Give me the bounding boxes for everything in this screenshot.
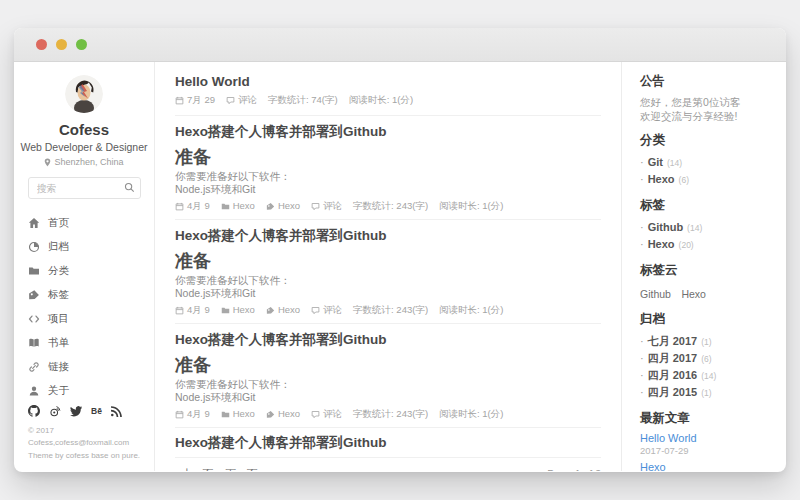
post-title[interactable]: Hexo搭建个人博客并部署到Github bbox=[175, 228, 601, 243]
post-readtime: 阅读时长: 1(分) bbox=[439, 409, 503, 419]
latest-post-link[interactable]: Hello World bbox=[640, 432, 772, 445]
post-meta: 4月 9 Hexo Hexo 评论 字数统计: 243(字) bbox=[175, 305, 601, 315]
post-comments-link[interactable]: 评论 bbox=[311, 409, 342, 419]
calendar-icon bbox=[175, 96, 184, 105]
category-item: Hexo (6) bbox=[640, 171, 772, 188]
twitter-icon[interactable] bbox=[70, 405, 82, 417]
archive-count: (6) bbox=[701, 351, 711, 367]
archive-icon bbox=[28, 241, 40, 253]
post: Hello World 7月 29 评论 字数统计: 74(字) 阅读时长: 1… bbox=[175, 62, 601, 116]
code-icon bbox=[28, 313, 40, 325]
sidebar-item-label: 首页 bbox=[48, 216, 69, 230]
post-list: Hello World 7月 29 评论 字数统计: 74(字) 阅读时长: 1… bbox=[155, 62, 622, 471]
notice-line: 欢迎交流与分享经验! bbox=[640, 109, 772, 123]
sidebar-item-links[interactable]: 链接 bbox=[14, 355, 154, 379]
pagination-next[interactable]: 下一页 › bbox=[226, 467, 264, 471]
notice-line: 您好，您是第0位访客 bbox=[640, 95, 772, 109]
archive-count: (1) bbox=[701, 334, 711, 350]
category-count: (14) bbox=[667, 155, 682, 171]
post-comments-link[interactable]: 评论 bbox=[226, 95, 257, 105]
post-tag-link[interactable]: Hexo bbox=[266, 305, 300, 315]
post-title[interactable]: Hexo搭建个人博客并部署到Github bbox=[175, 124, 601, 139]
behance-icon[interactable]: Bē bbox=[91, 406, 102, 416]
sidebar-item-projects[interactable]: 项目 bbox=[14, 307, 154, 331]
sidebar-item-label: 分类 bbox=[48, 264, 69, 278]
right-sidebar: 公告 您好，您是第0位访客 欢迎交流与分享经验! 分类 Git (14) Hex… bbox=[622, 62, 786, 471]
post-tag-link[interactable]: Hexo bbox=[266, 201, 300, 211]
post-title[interactable]: Hexo搭建个人博客并部署到Github bbox=[175, 435, 601, 450]
social-links: Bē bbox=[28, 405, 144, 417]
tag-link[interactable]: Hexo bbox=[648, 236, 675, 252]
sidebar-item-label: 关于 bbox=[48, 384, 69, 398]
post: Hexo搭建个人博客并部署到Github bbox=[175, 428, 601, 458]
sidebar-item-label: 归档 bbox=[48, 240, 69, 254]
home-icon bbox=[28, 217, 40, 229]
archive-link[interactable]: 四月 2016 bbox=[648, 367, 698, 383]
notice-body: 您好，您是第0位访客 欢迎交流与分享经验! bbox=[640, 95, 772, 123]
folder-icon bbox=[221, 306, 230, 315]
category-link[interactable]: Git bbox=[648, 154, 663, 170]
sidebar-item-tags[interactable]: 标签 bbox=[14, 283, 154, 307]
folder-icon bbox=[28, 265, 40, 277]
post-wordcount: 字数统计: 243(字) bbox=[353, 305, 428, 315]
tag-count: (20) bbox=[679, 237, 694, 253]
post-title[interactable]: Hello World bbox=[175, 74, 601, 89]
post-date: 4月 9 bbox=[175, 201, 210, 211]
archives-title: 归档 bbox=[640, 311, 772, 328]
archive-link[interactable]: 七月 2017 bbox=[648, 333, 698, 349]
maximize-window-button[interactable] bbox=[76, 39, 87, 50]
post-excerpt-line: Node.js环境和Git bbox=[175, 391, 601, 404]
copyright-line: © 2017 Cofess,cofess@foxmail.com bbox=[28, 425, 144, 450]
sidebar-item-archives[interactable]: 归档 bbox=[14, 235, 154, 259]
category-item: Git (14) bbox=[640, 154, 772, 171]
weibo-icon[interactable] bbox=[49, 405, 61, 417]
folder-icon bbox=[221, 410, 230, 419]
tag-link[interactable]: Github bbox=[648, 219, 683, 235]
archive-count: (1) bbox=[701, 385, 711, 401]
tagcloud-link[interactable]: Hexo bbox=[681, 288, 706, 300]
sidebar-item-label: 项目 bbox=[48, 312, 69, 326]
latest-post-link[interactable]: Hexo bbox=[640, 461, 772, 471]
latest-posts-title: 最新文章 bbox=[640, 410, 772, 427]
post-readtime: 阅读时长: 1(分) bbox=[349, 95, 413, 105]
pagination-prev[interactable]: ‹ 上一页 bbox=[175, 467, 213, 471]
post-title[interactable]: Hexo搭建个人博客并部署到Github bbox=[175, 332, 601, 347]
calendar-icon bbox=[175, 410, 184, 419]
post-category-link[interactable]: Hexo bbox=[221, 305, 255, 315]
post-tag-link[interactable]: Hexo bbox=[266, 409, 300, 419]
search-box bbox=[28, 177, 141, 199]
avatar[interactable] bbox=[65, 75, 103, 113]
post: Hexo搭建个人博客并部署到Github 准备 你需要准备好以下软件： Node… bbox=[175, 220, 601, 324]
search-icon[interactable] bbox=[124, 182, 135, 193]
tagcloud-link[interactable]: Github bbox=[640, 288, 671, 300]
category-link[interactable]: Hexo bbox=[648, 171, 675, 187]
post-category-link[interactable]: Hexo bbox=[221, 201, 255, 211]
post-meta: 7月 29 评论 字数统计: 74(字) 阅读时长: 1(分) bbox=[175, 95, 601, 105]
archive-link[interactable]: 四月 2017 bbox=[648, 350, 698, 366]
post-date: 4月 9 bbox=[175, 305, 210, 315]
archive-link[interactable]: 四月 2015 bbox=[648, 384, 698, 400]
sidebar-item-categories[interactable]: 分类 bbox=[14, 259, 154, 283]
post-excerpt-line: 你需要准备好以下软件： bbox=[175, 170, 601, 183]
sidebar-item-about[interactable]: 关于 bbox=[14, 379, 154, 403]
sidebar-item-label: 链接 bbox=[48, 360, 69, 374]
sidebar-item-home[interactable]: 首页 bbox=[14, 211, 154, 235]
close-window-button[interactable] bbox=[36, 39, 47, 50]
profile-name: Cofess bbox=[59, 121, 109, 138]
post-excerpt-line: Node.js环境和Git bbox=[175, 287, 601, 300]
tag-count: (14) bbox=[687, 220, 702, 236]
post-comments-link[interactable]: 评论 bbox=[311, 305, 342, 315]
minimize-window-button[interactable] bbox=[56, 39, 67, 50]
post-category-link[interactable]: Hexo bbox=[221, 409, 255, 419]
archive-count: (14) bbox=[701, 368, 716, 384]
post-readtime: 阅读时长: 1(分) bbox=[439, 305, 503, 315]
window-titlebar bbox=[14, 28, 786, 62]
comment-icon bbox=[226, 96, 235, 105]
sidebar-item-label: 标签 bbox=[48, 288, 69, 302]
github-icon[interactable] bbox=[28, 405, 40, 417]
comment-icon bbox=[311, 202, 320, 211]
rss-icon[interactable] bbox=[111, 405, 123, 417]
archive-item: 四月 2017 (6) bbox=[640, 350, 772, 367]
sidebar-item-books[interactable]: 书单 bbox=[14, 331, 154, 355]
post-comments-link[interactable]: 评论 bbox=[311, 201, 342, 211]
